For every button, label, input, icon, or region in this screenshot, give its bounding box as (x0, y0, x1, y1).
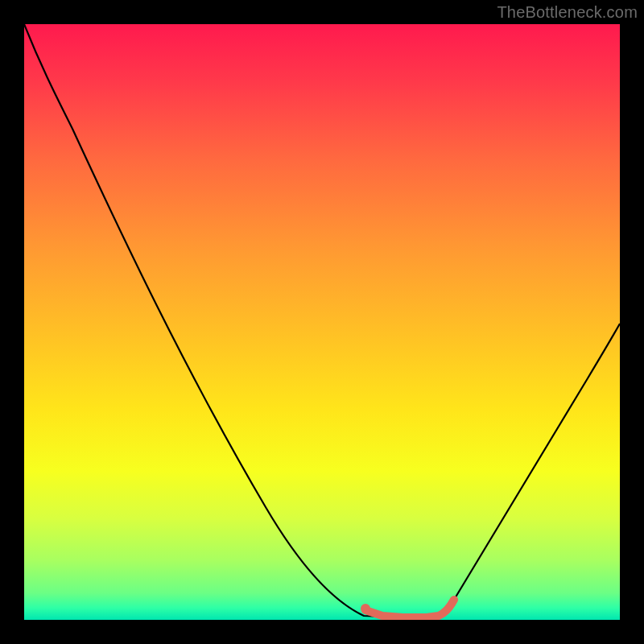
optimal-start-dot (361, 604, 370, 613)
curve-layer (24, 24, 620, 620)
optimal-range-marker (365, 600, 454, 617)
chart-frame: TheBottleneck.com (0, 0, 644, 644)
plot-area (24, 24, 620, 620)
bottleneck-curve (24, 24, 620, 617)
watermark-text: TheBottleneck.com (497, 3, 638, 22)
